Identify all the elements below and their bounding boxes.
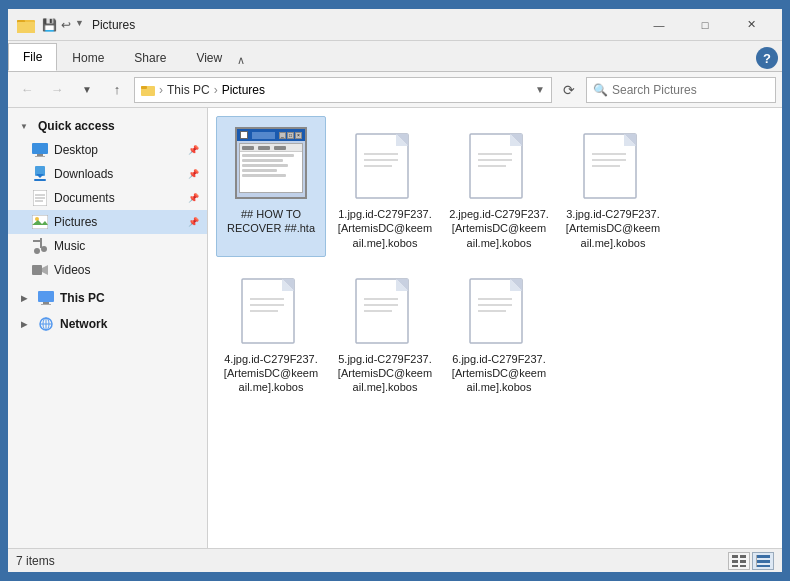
svg-rect-2 xyxy=(17,22,35,33)
help-button[interactable]: ? xyxy=(756,47,778,69)
documents-icon xyxy=(32,190,48,206)
pictures-icon xyxy=(32,214,48,230)
tab-share[interactable]: Share xyxy=(119,43,181,71)
sidebar-label-thispc: This PC xyxy=(60,291,105,305)
svg-marker-23 xyxy=(42,265,48,275)
search-box[interactable]: 🔍 xyxy=(586,77,776,103)
grid-view-button[interactable] xyxy=(752,552,774,570)
file6-name: 6.jpg.id-C279F237.[ArtemisDC@keemail.me]… xyxy=(449,352,549,395)
file3-name: 3.jpg.id-C279F237.[ArtemisDC@keemail.me]… xyxy=(563,207,663,250)
window-icon xyxy=(16,15,36,35)
doc5-file-icon xyxy=(345,268,425,348)
tab-home[interactable]: Home xyxy=(57,43,119,71)
path-pictures[interactable]: Pictures xyxy=(222,83,265,97)
pictures-pin-icon: 📌 xyxy=(188,217,199,227)
thispc-expand-icon: ▶ xyxy=(16,290,32,306)
sidebar-label-documents: Documents xyxy=(54,191,115,205)
network-icon xyxy=(38,316,54,332)
svg-rect-5 xyxy=(32,143,48,154)
doc4-file-icon xyxy=(231,268,311,348)
music-icon xyxy=(32,238,48,254)
ribbon-tab-bar: File Home Share View ∧ ? xyxy=(8,41,782,71)
sidebar-item-documents[interactable]: Documents 📌 xyxy=(8,186,207,210)
sidebar-item-pictures[interactable]: Pictures 📌 xyxy=(8,210,207,234)
sidebar-item-network[interactable]: ▶ Network xyxy=(8,312,207,336)
svg-rect-24 xyxy=(38,291,54,302)
item-count: 7 items xyxy=(16,554,55,568)
svg-rect-76 xyxy=(756,555,757,567)
svg-rect-20 xyxy=(40,238,42,248)
hta-file-icon: _ □ × xyxy=(231,123,311,203)
file-item-6[interactable]: 6.jpg.id-C279F237.[ArtemisDC@keemail.me]… xyxy=(444,261,554,402)
doc6-file-icon xyxy=(459,268,539,348)
desktop-icon xyxy=(32,142,48,158)
sidebar-item-videos[interactable]: Videos xyxy=(8,258,207,282)
doc2-file-icon xyxy=(459,123,539,203)
downloads-icon xyxy=(32,166,48,182)
sidebar-item-thispc[interactable]: ▶ This PC xyxy=(8,286,207,310)
path-thispc[interactable]: This PC xyxy=(167,83,210,97)
path-separator-1: › xyxy=(159,83,163,97)
tab-view[interactable]: View xyxy=(181,43,237,71)
sidebar-label-music: Music xyxy=(54,239,85,253)
status-bar: 7 items xyxy=(8,548,782,572)
maximize-button[interactable]: □ xyxy=(682,9,728,41)
sidebar-item-desktop[interactable]: Desktop 📌 xyxy=(8,138,207,162)
list-view-button[interactable] xyxy=(728,552,750,570)
ribbon: File Home Share View ∧ ? xyxy=(8,41,782,72)
svg-rect-70 xyxy=(740,560,746,563)
file-item-3[interactable]: 3.jpg.id-C279F237.[ArtemisDC@keemail.me]… xyxy=(558,116,668,257)
file-item-2[interactable]: 2.jpeg.id-C279F237.[ArtemisDC@keemail.me… xyxy=(444,116,554,257)
undo-icon[interactable]: ↩ xyxy=(61,18,71,32)
sidebar-label-quick-access: Quick access xyxy=(38,119,115,133)
file-item-1[interactable]: 1.jpg.id-C279F237.[ArtemisDC@keemail.me]… xyxy=(330,116,440,257)
doc1-file-icon xyxy=(345,123,425,203)
search-icon: 🔍 xyxy=(593,83,608,97)
svg-rect-10 xyxy=(34,179,46,181)
file-item-4[interactable]: 4.jpg.id-C279F237.[ArtemisDC@keemail.me]… xyxy=(216,261,326,402)
forward-button[interactable]: → xyxy=(44,77,70,103)
sidebar-label-desktop: Desktop xyxy=(54,143,98,157)
ribbon-collapse-icon[interactable]: ∧ xyxy=(237,54,245,67)
svg-rect-21 xyxy=(33,240,42,242)
svg-rect-67 xyxy=(732,555,738,558)
tab-file[interactable]: File xyxy=(8,43,57,71)
sidebar-item-music[interactable]: Music xyxy=(8,234,207,258)
downloads-pin-icon: 📌 xyxy=(188,169,199,179)
svg-rect-25 xyxy=(43,302,49,304)
qat-dropdown-icon[interactable]: ▼ xyxy=(75,18,84,32)
address-path-box[interactable]: › This PC › Pictures ▼ xyxy=(134,77,552,103)
back-button[interactable]: ← xyxy=(14,77,40,103)
network-expand-icon: ▶ xyxy=(16,316,32,332)
svg-rect-6 xyxy=(37,154,43,156)
svg-rect-68 xyxy=(740,555,746,558)
svg-point-16 xyxy=(35,217,39,221)
file-item-5[interactable]: 5.jpg.id-C279F237.[ArtemisDC@keemail.me]… xyxy=(330,261,440,402)
save-icon[interactable]: 💾 xyxy=(42,18,57,32)
svg-rect-75 xyxy=(756,565,770,567)
svg-point-18 xyxy=(34,248,40,254)
file-grid: _ □ × xyxy=(208,108,782,548)
file-item-hta[interactable]: _ □ × xyxy=(216,116,326,257)
file1-name: 1.jpg.id-C279F237.[ArtemisDC@keemail.me]… xyxy=(335,207,435,250)
svg-rect-71 xyxy=(732,565,738,567)
minimize-button[interactable]: — xyxy=(636,9,682,41)
svg-rect-73 xyxy=(756,555,770,558)
sidebar-item-quick-access[interactable]: ▼ Quick access xyxy=(8,114,207,138)
svg-rect-74 xyxy=(756,560,770,563)
sidebar-item-downloads[interactable]: Downloads 📌 xyxy=(8,162,207,186)
up-button[interactable]: ↑ xyxy=(104,77,130,103)
recent-locations-button[interactable]: ▼ xyxy=(74,77,100,103)
svg-rect-7 xyxy=(35,156,45,157)
sidebar: ▼ Quick access Desktop 📌 Downloads 📌 xyxy=(8,108,208,548)
documents-pin-icon: 📌 xyxy=(188,193,199,203)
doc3-file-icon xyxy=(573,123,653,203)
search-input[interactable] xyxy=(612,83,769,97)
desktop-pin-icon: 📌 xyxy=(188,145,199,155)
close-button[interactable]: ✕ xyxy=(728,9,774,41)
path-dropdown-icon[interactable]: ▼ xyxy=(535,84,545,95)
file5-name: 5.jpg.id-C279F237.[ArtemisDC@keemail.me]… xyxy=(335,352,435,395)
refresh-button[interactable]: ⟳ xyxy=(556,77,582,103)
svg-rect-22 xyxy=(32,265,42,275)
path-separator-2: › xyxy=(214,83,218,97)
